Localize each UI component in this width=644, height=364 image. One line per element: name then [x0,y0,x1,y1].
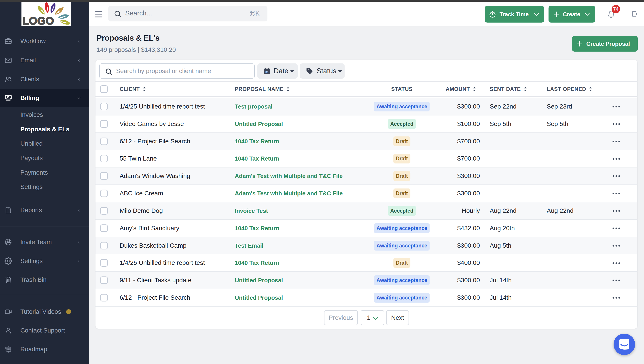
svg-text:LOGO: LOGO [22,15,54,26]
svg-text:31: 31 [265,70,269,74]
